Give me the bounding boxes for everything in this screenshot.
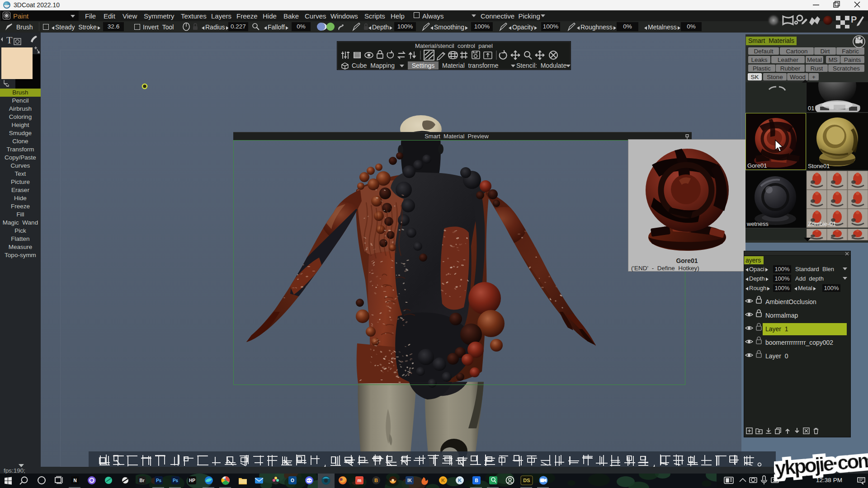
svg-text:P: P [851, 14, 857, 24]
svg-text:Br: Br [139, 478, 144, 483]
svg-text:m: m [358, 478, 362, 483]
svg-text:IK: IK [407, 478, 412, 483]
svg-text:B: B [374, 478, 378, 483]
svg-text:K: K [441, 478, 445, 483]
svg-text:HP: HP [189, 478, 195, 483]
svg-text:K: K [458, 478, 462, 483]
svg-text:T: T [6, 34, 13, 46]
svg-text:Ps: Ps [156, 478, 162, 483]
svg-text:B: B [475, 478, 478, 483]
svg-text:DS: DS [523, 478, 530, 483]
svg-text:O: O [291, 478, 294, 483]
svg-text:N: N [73, 478, 76, 483]
svg-text:Ps: Ps [173, 478, 179, 483]
svg-text:ykpojie·com: ykpojie·com [774, 449, 868, 479]
